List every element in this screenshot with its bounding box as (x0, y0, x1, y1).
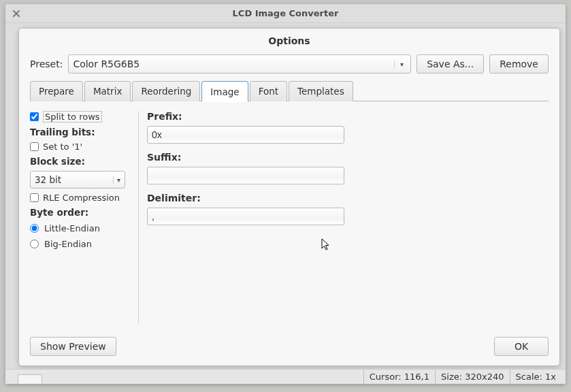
tabbar: Prepare Matrix Reordering Image Font Tem… (30, 80, 549, 101)
big-endian-label: Big-Endian (44, 239, 92, 249)
set-to-1-checkbox[interactable] (30, 142, 39, 151)
set-to-1-label: Set to '1' (43, 142, 82, 152)
left-column: Split to rows Trailing bits: Set to '1' … (30, 111, 139, 323)
little-endian-radio[interactable] (30, 224, 39, 233)
tab-font[interactable]: Font (250, 81, 287, 101)
suffix-label: Suffix: (147, 152, 549, 163)
status-cursor: Cursor: 116,1 (363, 370, 435, 384)
preset-select[interactable]: Color R5G6B5 ▾ (68, 54, 411, 74)
statusbar: Cursor: 116,1 Size: 320x240 Scale: 1x (5, 369, 566, 384)
little-endian-label: Little-Endian (44, 223, 100, 233)
ok-button[interactable]: OK (494, 337, 549, 356)
block-size-value: 32 bit (35, 174, 61, 185)
tab-content: Split to rows Trailing bits: Set to '1' … (19, 101, 559, 330)
split-to-rows-label: Split to rows (43, 111, 102, 122)
byte-order-label: Byte order: (30, 207, 133, 218)
chevron-down-icon: ▾ (113, 176, 120, 184)
remove-button[interactable]: Remove (489, 54, 549, 74)
split-to-rows-checkbox[interactable] (30, 112, 39, 121)
show-preview-button[interactable]: Show Preview (30, 337, 116, 356)
dialog-footer: Show Preview OK (19, 330, 559, 365)
big-endian-radio[interactable] (30, 240, 39, 248)
options-dialog: Options Preset: Color R5G6B5 ▾ Save As..… (18, 28, 560, 366)
block-size-label: Block size: (30, 156, 133, 167)
preset-value: Color R5G6B5 (73, 59, 140, 69)
prefix-label: Prefix: (147, 111, 549, 122)
tab-reordering[interactable]: Reordering (132, 81, 200, 101)
preset-row: Preset: Color R5G6B5 ▾ Save As... Remove (19, 54, 559, 80)
right-column: Prefix: Suffix: Delimiter: (139, 111, 549, 323)
delimiter-label: Delimiter: (147, 193, 549, 203)
rle-checkbox[interactable] (30, 193, 39, 202)
chevron-down-icon: ▾ (394, 61, 406, 68)
tab-prepare[interactable]: Prepare (30, 81, 83, 101)
trailing-bits-label: Trailing bits: (30, 127, 133, 137)
titlebar: LCD Image Converter (5, 4, 566, 23)
tab-matrix[interactable]: Matrix (84, 81, 131, 101)
rle-label: RLE Compression (43, 193, 120, 203)
dialog-title: Options (19, 29, 559, 54)
window-title: LCD Image Converter (5, 8, 566, 18)
main-window: LCD Image Converter Options Preset: Colo… (5, 4, 566, 384)
save-as-button[interactable]: Save As... (417, 54, 484, 74)
delimiter-input[interactable] (147, 208, 344, 225)
tab-image[interactable]: Image (201, 81, 248, 101)
block-size-select[interactable]: 32 bit ▾ (30, 171, 125, 189)
status-scale: Scale: 1x (510, 370, 561, 384)
document-tab-stub[interactable] (18, 374, 42, 384)
prefix-input[interactable] (147, 126, 344, 144)
suffix-input[interactable] (147, 167, 344, 184)
close-icon[interactable] (10, 7, 23, 20)
preset-label: Preset: (30, 59, 63, 69)
tab-templates[interactable]: Templates (289, 81, 353, 101)
status-size: Size: 320x240 (435, 370, 510, 384)
